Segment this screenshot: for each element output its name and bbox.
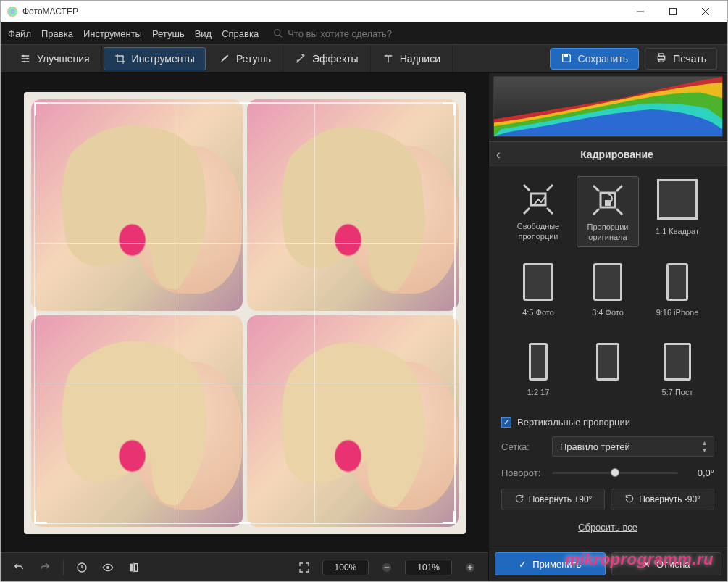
apply-label: Применить [532,559,581,570]
tab-effects[interactable]: Эффекты [283,45,371,72]
search-icon [273,28,283,38]
preview-button[interactable] [100,560,116,575]
svg-rect-9 [659,59,664,62]
preset-label: 3:4 Фото [592,304,624,323]
svg-point-3 [22,55,25,57]
save-icon [561,52,572,66]
rotate-ccw-label: Повернуть -90° [639,494,700,504]
menu-tools[interactable]: Инструменты [83,28,142,39]
menu-view[interactable]: Вид [195,28,212,39]
preset-label: 9:16 iPhone [656,304,699,323]
history-button[interactable] [74,560,90,575]
image[interactable] [24,92,466,534]
menu-edit[interactable]: Правка [41,28,73,39]
compare-button[interactable] [126,560,142,575]
histogram [493,76,723,137]
print-button[interactable]: Печать [645,48,717,70]
rotation-value: 0,0° [685,467,714,478]
tab-enhance[interactable]: Улучшения [8,45,102,72]
panel-header: ‹ Кадрирование [489,141,727,167]
preset-label: 5:7 Пост [662,383,693,402]
preset-1x2[interactable]: 1:2 17 [507,340,569,407]
reset-link[interactable]: Сбросить все [501,519,714,534]
apply-button[interactable]: ✓ Применить [495,552,606,575]
rotate-cw-icon [514,494,524,506]
save-button[interactable]: Сохранить [550,48,640,70]
svg-point-5 [23,61,25,63]
preset-4x5[interactable]: 4:5 Фото [507,260,569,327]
svg-point-2 [275,30,280,36]
preset-label: 1:2 17 [527,383,550,402]
svg-point-0 [7,7,17,17]
tab-retouch[interactable]: Ретушь [207,45,283,72]
brush-icon [219,53,230,65]
app-icon [7,6,18,17]
maximize-button[interactable] [656,1,689,22]
zoom-out-button[interactable] [379,560,395,575]
tab-enhance-label: Улучшения [37,53,90,65]
rotate-ccw-button[interactable]: Повернуть -90° [611,489,714,510]
panel-title: Кадрирование [514,149,720,160]
zoom-in-button[interactable] [462,560,478,575]
app-title: ФотоМАСТЕР [22,7,624,17]
redo-button[interactable] [37,560,53,575]
rotate-cw-button[interactable]: Повернуть +90° [501,489,605,510]
rotation-slider[interactable] [552,465,678,480]
preset-5x7[interactable]: 5:7 Пост [646,340,708,407]
canvas[interactable] [1,73,488,552]
grid-select[interactable]: Правило третей ▴▾ [552,436,714,457]
close-button[interactable] [689,1,721,22]
preset-1x1[interactable]: 1:1 Квадрат [646,176,708,247]
search-input[interactable] [288,28,432,39]
preset-label: Пропорции оригинала [577,223,638,242]
zoom-actual-value[interactable]: 101% [405,560,452,575]
save-label: Сохранить [578,53,629,65]
preset-x[interactable] [577,340,639,407]
tab-retouch-label: Ретушь [236,53,271,65]
svg-rect-12 [135,563,138,571]
menu-file[interactable]: Файл [8,28,31,39]
checkbox-label: Вертикальные пропорции [517,417,630,428]
slider-thumb[interactable] [611,468,619,477]
menu-help[interactable]: Справка [222,28,259,39]
panel-footer: ✓ Применить ✕ Отмена [489,546,727,581]
preset-free[interactable]: Свободные пропорции [507,176,569,247]
crop-presets: Свободные пропорции Пропорции оригинала … [495,172,720,414]
preset-label: 1:1 Квадрат [656,223,699,241]
tab-captions-label: Надписи [400,53,440,65]
preset-label: Свободные пропорции [507,223,569,241]
fit-screen-button[interactable] [296,560,312,575]
preset-label: 4:5 Фото [522,304,554,323]
grid-value: Правило третей [560,441,630,452]
vertical-proportions-checkbox[interactable]: ✓ Вертикальные пропорции [501,417,714,428]
svg-point-4 [26,58,28,60]
statusbar: 100% 101% [1,552,488,581]
magic-wand-icon [295,53,306,65]
crop-icon [114,53,126,65]
cancel-button[interactable]: ✕ Отмена [611,552,722,575]
menu-retouch[interactable]: Ретушь [152,28,185,39]
check-icon: ✓ [519,559,527,570]
svg-point-10 [106,566,109,569]
tab-tools[interactable]: Инструменты [104,47,206,70]
grid-label: Сетка: [501,441,545,452]
x-icon: ✕ [643,559,650,570]
tab-captions[interactable]: Надписи [371,45,453,72]
print-icon [656,52,667,66]
panel-scroll[interactable]: Свободные пропорции Пропорции оригинала … [495,172,723,541]
svg-rect-11 [130,563,133,571]
preset-3x4[interactable]: 3:4 Фото [577,260,639,327]
back-button[interactable]: ‹ [496,147,514,162]
preset-original[interactable]: Пропорции оригинала [577,176,639,247]
zoom-fit-value[interactable]: 100% [322,560,369,575]
rotation-label: Поворот: [501,467,545,478]
svg-rect-6 [564,54,567,56]
text-icon [382,53,394,65]
print-label: Печать [673,53,706,65]
minimize-button[interactable] [624,1,656,22]
preset-9x16[interactable]: 9:16 iPhone [646,260,708,327]
rotate-cw-label: Повернуть +90° [529,494,593,504]
sidepanel: ‹ Кадрирование Свободные пропорции [488,73,727,581]
sliders-icon [20,53,31,65]
undo-button[interactable] [11,560,27,575]
